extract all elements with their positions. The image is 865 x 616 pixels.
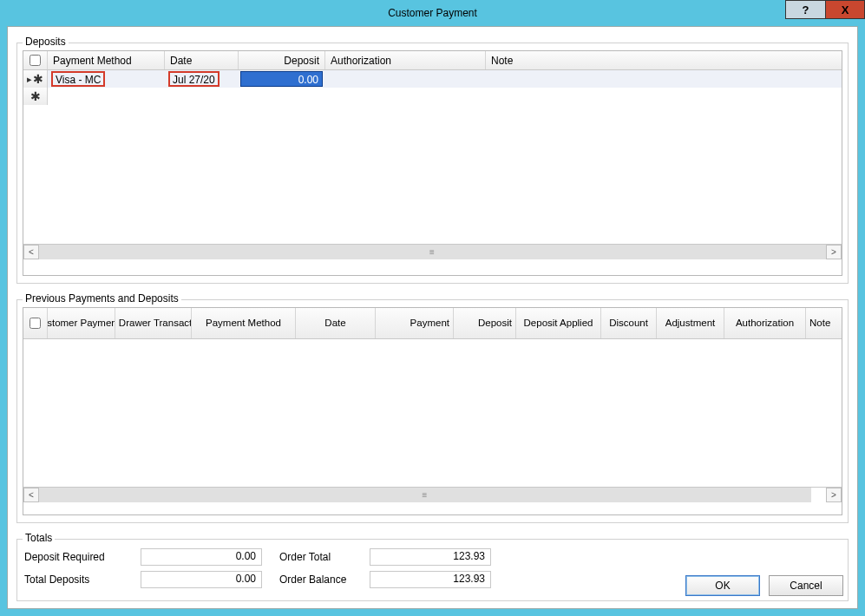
previous-col-adjustment[interactable]: Adjustment (657, 308, 724, 338)
table-row[interactable]: ✱ (23, 88, 842, 105)
total-deposits-field: 0.00 (141, 571, 262, 588)
previous-hscroll[interactable]: < ≡ > (23, 487, 842, 502)
deposits-grid[interactable]: Payment Method Date Deposit Authorizatio… (23, 50, 842, 276)
totals-row-order-balance: Order Balance 123.93 (279, 571, 491, 588)
deposits-header-row: Payment Method Date Deposit Authorizatio… (23, 51, 842, 70)
help-button[interactable]: ? (785, 0, 825, 19)
totals-row-order-total: Order Total 123.93 (279, 548, 491, 566)
totals-legend: Totals (23, 532, 55, 544)
deposits-empty-area (23, 105, 842, 244)
totals-col-right: Order Total 123.93 Order Balance 123.93 (279, 548, 491, 588)
deposits-col-deposit[interactable]: Deposit (239, 51, 325, 69)
total-deposits-label: Total Deposits (24, 573, 137, 586)
totals-row-deposit-required: Deposit Required 0.00 (24, 548, 262, 566)
previous-col-date[interactable]: Date (296, 308, 376, 338)
previous-empty-area (23, 339, 842, 487)
help-icon: ? (803, 3, 809, 16)
deposits-group: Deposits Payment Method Date Deposit Aut… (16, 43, 849, 284)
deposits-col-date[interactable]: Date (165, 51, 239, 69)
cell-note[interactable] (486, 70, 842, 88)
new-row-icon: ✱ (30, 90, 41, 102)
cell-date[interactable] (165, 88, 239, 105)
date-highlight: Jul 27/20 (168, 71, 220, 87)
titlebar: Customer Payment ? X (0, 0, 865, 26)
deposits-header-check[interactable] (23, 51, 48, 69)
scroll-grip-icon: ≡ (423, 490, 429, 500)
cell-deposit[interactable]: 0.00 (239, 70, 325, 88)
deposits-body: ▸✱ Visa - MC Jul 27/20 0.00 (23, 70, 842, 244)
cell-payment-method[interactable] (48, 88, 165, 105)
previous-col-note[interactable]: Note (806, 308, 842, 338)
previous-col-payment-method[interactable]: Payment Method (192, 308, 296, 338)
totals-col-left: Deposit Required 0.00 Total Deposits 0.0… (24, 548, 262, 588)
previous-col-payment[interactable]: Payment (376, 308, 454, 338)
deposits-col-note[interactable]: Note (486, 51, 842, 69)
previous-payments-group: Previous Payments and Deposits Customer … (16, 299, 849, 523)
previous-col-cash-drawer-txn-no[interactable]: Cash Drawer Transaction # (115, 308, 192, 338)
deposits-col-authorization[interactable]: Authorization (325, 51, 486, 69)
footer-buttons: OK Cancel (685, 575, 843, 596)
row-indicator: ✱ (23, 88, 48, 105)
previous-legend: Previous Payments and Deposits (23, 292, 181, 305)
titlebar-buttons: ? X (785, 0, 865, 19)
previous-header-check[interactable] (23, 308, 48, 338)
order-balance-label: Order Balance (279, 573, 366, 586)
client-area: Deposits Payment Method Date Deposit Aut… (7, 26, 858, 609)
scroll-right-icon[interactable]: > (826, 488, 842, 502)
cell-authorization[interactable] (325, 70, 486, 88)
previous-header-row: Customer Payment # Cash Drawer Transacti… (23, 308, 842, 339)
deposits-hscroll[interactable]: < ≡ > (23, 244, 842, 259)
previous-col-deposit-applied[interactable]: Deposit Applied (516, 308, 601, 338)
current-row-icon: ▸ (27, 74, 32, 85)
deposits-col-payment-method[interactable]: Payment Method (48, 51, 165, 69)
ok-button[interactable]: OK (685, 575, 760, 596)
previous-col-customer-payment-no[interactable]: Customer Payment # (48, 308, 115, 338)
cell-deposit[interactable] (239, 88, 325, 105)
cell-payment-method[interactable]: Visa - MC (48, 70, 165, 88)
cell-note[interactable] (486, 88, 842, 105)
totals-row-total-deposits: Total Deposits 0.00 (24, 571, 262, 588)
deposits-select-all-checkbox[interactable] (29, 55, 41, 66)
payment-method-highlight: Visa - MC (51, 71, 105, 87)
order-total-field: 123.93 (370, 548, 491, 566)
deposit-required-label: Deposit Required (24, 551, 137, 563)
order-total-label: Order Total (279, 551, 366, 563)
close-icon: X (842, 3, 849, 16)
scroll-track[interactable]: ≡ (39, 245, 826, 259)
deposits-legend: Deposits (23, 36, 69, 48)
scroll-left-icon[interactable]: < (23, 245, 39, 259)
order-balance-field: 123.93 (370, 571, 491, 588)
previous-col-deposit[interactable]: Deposit (454, 308, 516, 338)
previous-col-authorization[interactable]: Authorization (724, 308, 806, 338)
cancel-button[interactable]: Cancel (769, 575, 843, 596)
close-button[interactable]: X (825, 0, 865, 19)
deposit-required-field: 0.00 (141, 548, 262, 566)
scroll-track-disabled (811, 488, 826, 502)
deposit-input-selected[interactable]: 0.00 (240, 71, 323, 87)
scroll-left-icon[interactable]: < (23, 488, 39, 502)
new-row-icon: ✱ (33, 73, 43, 85)
table-row[interactable]: ▸✱ Visa - MC Jul 27/20 0.00 (23, 70, 842, 88)
scroll-track[interactable]: ≡ (39, 488, 811, 502)
previous-col-discount[interactable]: Discount (601, 308, 657, 338)
scroll-grip-icon: ≡ (429, 247, 436, 257)
cell-date[interactable]: Jul 27/20 (165, 70, 239, 88)
cell-authorization[interactable] (325, 88, 486, 105)
scroll-right-icon[interactable]: > (826, 245, 842, 259)
previous-grid[interactable]: Customer Payment # Cash Drawer Transacti… (23, 307, 842, 515)
window-title: Customer Payment (388, 7, 477, 19)
previous-select-all-checkbox[interactable] (29, 318, 41, 329)
customer-payment-window: Customer Payment ? X Deposits Payment Me… (0, 0, 865, 616)
row-indicator: ▸✱ (23, 70, 48, 88)
